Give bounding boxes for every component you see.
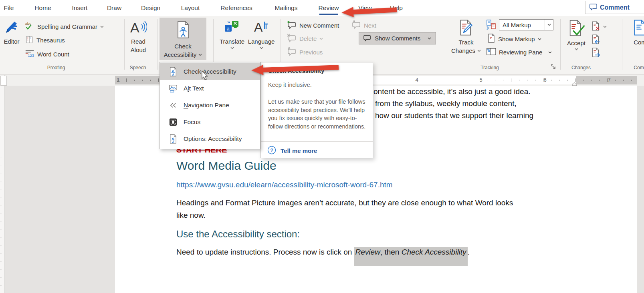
show-markup-button[interactable]: Show Markup [487,34,541,44]
tooltip-body: Let us make sure that your file follows … [268,98,367,130]
doc-clipped-line-1[interactable]: ontent be accessible, it’s also just a g… [373,87,531,96]
doc-heading-1[interactable]: Word Media Guide [176,159,277,173]
chevron-down-icon [548,51,552,54]
doc-clipped-line-2[interactable]: from the syllabus, weekly module content… [375,99,517,108]
doc-hyperlink[interactable]: https://www.gvsu.edu/elearn/accessibilit… [176,181,393,189]
accept-button[interactable]: Accept [564,19,588,50]
translate-button[interactable]: a Translate [218,19,246,49]
tab-references[interactable]: References [220,0,252,16]
right-indent-marker[interactable] [572,80,577,88]
spelling-grammar-button[interactable]: abc Spelling and Grammar [25,21,104,32]
translate-label: Translate [220,37,244,46]
ruler-number: 4 [415,77,418,83]
group-divider [157,19,157,70]
read-aloud-button[interactable]: A Read Aloud [126,19,151,54]
menu-item-navigation-pane[interactable]: Navigation Pane [160,97,260,114]
doc-heading-2[interactable]: Use the Accessibility section: [176,229,300,240]
chevron-down-icon [428,37,431,40]
next-comment-button[interactable]: Next [351,20,376,30]
menu-item-label: Check Accessibility [184,68,236,75]
tab-review[interactable]: Review [319,0,339,16]
tab-layout[interactable]: Layout [181,0,200,16]
svg-text:123: 123 [28,54,34,58]
ruler-number: 7 [608,77,610,83]
read-aloud-label-2: Aloud [131,46,146,54]
track-changes-label-2: Changes [451,46,481,55]
word-count-button[interactable]: 123 Word Count [25,49,69,59]
tell-me-more-link[interactable]: ? Tell me more [267,146,317,156]
previous-comment-button[interactable]: Previous [287,47,323,57]
help-question-icon: ? [267,146,276,156]
spelling-icon: abc [25,21,34,32]
doc-clipped-line-3[interactable]: how our students that we support their l… [375,111,533,120]
delete-comment-button[interactable]: Delete [287,34,323,44]
tracking-dialog-launcher-icon[interactable] [551,64,556,71]
tab-mailings[interactable]: Mailings [275,0,298,16]
navigation-pane-icon [168,102,178,108]
compare-button[interactable]: Com [626,19,644,46]
language-button[interactable]: A Language [247,19,276,49]
check-accessibility-button[interactable]: Check Accessibility [159,18,206,60]
menu-item-options-accessibility[interactable]: Options: Accessibility [160,130,260,147]
word-count-icon: 123 [25,49,34,59]
display-for-review-select[interactable]: All Markup [499,19,553,30]
previous-change-button[interactable] [592,34,600,46]
chevron-down-icon [603,26,607,28]
delete-comment-icon [287,34,297,44]
doc-sentence[interactable]: Need to update instructions. Process now… [176,248,470,257]
ruler-number: 6 [543,77,546,83]
editor-button[interactable]: Editor [1,19,22,46]
menu-item-check-accessibility[interactable]: Check Accessibility [160,63,260,80]
reject-button[interactable] [592,21,607,32]
tab-file[interactable]: File [4,0,14,16]
doc-paragraph-line[interactable]: like now. [176,211,206,220]
tab-draw[interactable]: Draw [107,0,121,16]
sentence-post: . [468,248,470,256]
check-accessibility-label-2: Accessibility [164,50,202,59]
check-accessibility-doc-icon [168,67,178,76]
doc-paragraph-line[interactable]: Headings and Format Picture images aren’… [176,199,513,207]
menu-item-alt-text[interactable]: Alt Text [160,80,260,97]
thesaurus-icon [25,35,34,45]
menu-item-focus[interactable]: Focus [160,114,260,130]
ruler-number: 5 [479,77,482,83]
combo-dropdown-arrow[interactable] [545,20,553,30]
sentence-pre: Need to update instructions. Process now… [176,248,354,256]
svg-text:a: a [227,26,230,32]
menu-item-label: Focus [184,118,200,126]
track-changes-button[interactable]: Track Changes [448,19,484,55]
vertical-ruler[interactable] [0,74,5,293]
comments-toggle-button[interactable]: Comment [585,1,644,14]
focus-icon [168,118,178,126]
next-comment-label: Next [364,22,376,29]
tab-insert[interactable]: Insert [72,0,88,16]
editor-label: Editor [4,37,19,46]
reviewing-pane-button[interactable]: Reviewing Pane [487,47,552,57]
mouse-cursor [201,70,209,83]
alt-text-icon [168,84,178,93]
tab-home[interactable]: Home [34,0,51,16]
show-comments-button[interactable]: Show Comments [359,32,436,44]
reviewing-pane-icon [487,47,496,57]
tracking-group-label: Tracking [480,65,499,70]
reject-icon [592,21,600,32]
speech-group-label: Speech [130,65,146,70]
chevron-down-icon [230,47,234,49]
thesaurus-label: Thesaurus [36,37,65,44]
proofing-group-label: Proofing [47,65,65,70]
group-divider [124,19,125,70]
language-label: Language [248,37,275,46]
compare-group-label: Com [634,65,644,70]
new-comment-button[interactable]: New Comment [287,20,339,30]
check-accessibility-tooltip: Check Accessibility Keep it inclusive. L… [260,62,373,158]
ribbon-tab-bar: File Home Insert Draw Design Layout Refe… [0,0,644,16]
word-count-label: Word Count [37,51,69,58]
next-change-button[interactable] [592,47,600,59]
thesaurus-button[interactable]: Thesaurus [25,35,65,45]
tab-design[interactable]: Design [141,0,160,16]
next-change-icon [592,47,600,59]
display-for-review-icon [486,19,497,31]
tooltip-tagline: Keep it inclusive. [268,82,312,88]
chevron-down-icon [538,38,541,40]
menu-item-label: Options: Accessibility [184,135,242,142]
